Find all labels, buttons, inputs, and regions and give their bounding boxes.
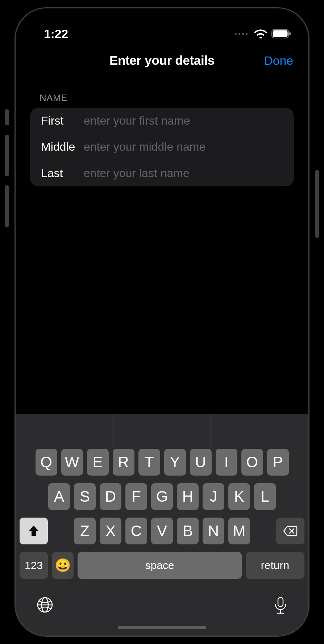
navigation-bar: Enter your details Done [16, 45, 308, 76]
key-t[interactable]: T [138, 449, 160, 476]
key-a[interactable]: A [48, 483, 70, 510]
cellular-dots-icon [235, 33, 248, 35]
middle-name-row: Middle [41, 134, 283, 160]
phone-side-button-power [315, 170, 319, 238]
phone-side-button-vol-down [5, 185, 9, 227]
key-h[interactable]: H [177, 483, 199, 510]
keyboard-row-1: QWERTYUIOP [17, 449, 307, 476]
name-form-card: First Middle Last [30, 108, 294, 186]
key-m[interactable]: M [228, 518, 250, 544]
section-header-name: NAME [40, 92, 308, 104]
key-g[interactable]: G [151, 483, 173, 510]
last-name-label: Last [41, 167, 84, 180]
key-b[interactable]: B [177, 518, 199, 544]
keyboard-row-3: ZXCVBNM [17, 518, 307, 544]
key-i[interactable]: I [216, 449, 237, 476]
key-q[interactable]: Q [36, 449, 57, 476]
key-j[interactable]: J [203, 483, 224, 510]
key-k[interactable]: K [228, 483, 250, 510]
key-l[interactable]: L [254, 483, 276, 510]
key-y[interactable]: Y [164, 449, 186, 476]
home-indicator[interactable] [118, 626, 206, 629]
key-u[interactable]: U [190, 449, 212, 476]
shift-icon [28, 525, 40, 537]
first-name-label: First [41, 114, 84, 127]
key-o[interactable]: O [241, 449, 263, 476]
first-name-input[interactable] [84, 114, 283, 127]
first-name-row: First [41, 108, 283, 134]
phone-side-button-silent [5, 109, 9, 125]
dictation-mic-icon[interactable] [274, 597, 287, 615]
keyboard-suggestion-bar [16, 414, 308, 447]
status-time: 1:22 [44, 27, 68, 41]
backspace-key[interactable] [276, 518, 304, 544]
phone-frame: 1:22 Enter your details Done NAME First … [14, 7, 310, 637]
suggestion-slot-3[interactable] [211, 414, 308, 447]
key-c[interactable]: C [125, 518, 147, 544]
key-f[interactable]: F [125, 483, 147, 510]
key-n[interactable]: N [203, 518, 224, 544]
space-key[interactable]: space [78, 552, 242, 579]
globe-icon[interactable] [37, 597, 53, 613]
return-key[interactable]: return [246, 552, 304, 579]
keyboard-row-2: ASDFGHJKL [17, 483, 307, 510]
emoji-key[interactable]: 😀 [52, 552, 74, 579]
keyboard-footer [16, 586, 308, 615]
key-z[interactable]: Z [74, 518, 96, 544]
svg-rect-1 [273, 30, 288, 37]
done-button[interactable]: Done [264, 54, 293, 68]
backspace-icon [283, 526, 298, 536]
key-v[interactable]: V [151, 518, 173, 544]
key-w[interactable]: W [61, 449, 83, 476]
key-p[interactable]: P [267, 449, 289, 476]
last-name-input[interactable] [84, 167, 283, 180]
svg-rect-2 [289, 32, 291, 35]
shift-key[interactable] [20, 518, 48, 544]
key-s[interactable]: S [74, 483, 96, 510]
keyboard-row-bottom: 123 😀 space return [17, 552, 307, 579]
middle-name-input[interactable] [84, 140, 283, 154]
emoji-icon: 😀 [55, 558, 71, 573]
key-e[interactable]: E [87, 449, 109, 476]
battery-icon [271, 29, 291, 38]
wifi-icon [254, 29, 267, 38]
phone-side-button-vol-up [5, 135, 9, 176]
suggestion-slot-1[interactable] [16, 414, 113, 447]
middle-name-label: Middle [41, 140, 84, 154]
key-x[interactable]: X [100, 518, 121, 544]
svg-rect-6 [278, 597, 283, 607]
last-name-row: Last [41, 160, 283, 186]
numbers-key[interactable]: 123 [20, 552, 48, 579]
key-d[interactable]: D [100, 483, 121, 510]
page-title: Enter your details [109, 53, 215, 68]
suggestion-slot-2[interactable] [113, 414, 211, 447]
key-r[interactable]: R [113, 449, 134, 476]
software-keyboard: QWERTYUIOP ASDFGHJKL ZXCVBNM 123 [16, 414, 308, 636]
status-bar: 1:22 [16, 8, 308, 45]
status-indicators [235, 29, 291, 38]
